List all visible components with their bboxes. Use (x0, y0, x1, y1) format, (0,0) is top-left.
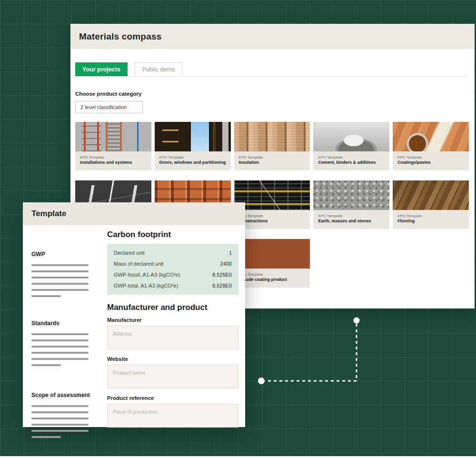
card-template-label: EPD Template (318, 213, 385, 219)
website-input[interactable] (107, 365, 238, 388)
skeleton-line (31, 430, 89, 432)
category-card[interactable]: EPD Template Insulation (234, 122, 310, 170)
tab-bar: Your projects Public demo (75, 62, 469, 77)
card-template-label: EPD Template (239, 272, 306, 277)
category-select[interactable]: 2 level classification (75, 101, 143, 113)
manufacturer-input[interactable] (107, 326, 238, 349)
card-name: Insulation (239, 160, 306, 165)
tab-public-demo[interactable]: Public demo (135, 62, 183, 76)
skeleton-line (31, 277, 89, 279)
template-panel-title: Template (31, 209, 66, 219)
template-section-label: Standards (31, 320, 89, 327)
category-card[interactable]: EPD Template Earth, masses and stones (313, 180, 389, 229)
skeleton-line (31, 418, 89, 419)
card-image-flooring (393, 180, 469, 210)
carbon-row-value: 8,528E0 (212, 282, 232, 289)
category-card[interactable]: EPD Template Installations and systems (75, 122, 151, 170)
category-select-value: 2 level classification (80, 104, 127, 110)
card-image-insulation (234, 122, 310, 151)
card-name: Earth, masses and stones (318, 219, 385, 224)
category-card[interactable]: EPD Template Cement, binders & additives (313, 122, 389, 170)
skeleton-line (31, 424, 89, 426)
category-card[interactable]: EPD Template Coatings/pastes (393, 122, 469, 170)
skeleton-lines (31, 405, 89, 438)
category-card[interactable]: EPD Template Constructions (234, 180, 310, 229)
page-background: { "app": { "title": "Materials compass" … (0, 0, 476, 458)
form-field: Website (107, 356, 238, 390)
skeleton-line (31, 295, 61, 297)
carbon-row-value: 8,525E0 (212, 271, 232, 278)
card-name: Coatings/pastes (397, 160, 464, 165)
skeleton-line (31, 289, 89, 291)
template-panel-header: Template (23, 202, 245, 225)
card-template-label: EPD Template (397, 213, 464, 219)
carbon-row-label: GWP-total, A1-A3 (kgCO²e) (114, 282, 178, 289)
category-card-footer: EPD Template Coatings/pastes (393, 151, 469, 170)
skeleton-line (31, 364, 61, 366)
category-card[interactable]: EPD Template Doors, windows and partitio… (155, 122, 231, 170)
skeleton-line (31, 264, 89, 266)
card-name: Cement, binders & additives (318, 160, 385, 165)
template-panel: Template GWP Standards Scope of assessme… (23, 202, 245, 427)
card-template-label: EPD Template (239, 155, 306, 160)
form-field: Product reference (107, 395, 238, 429)
card-template-label: EPD Template (239, 213, 306, 219)
card-image-scaffold (234, 180, 310, 210)
connector-endpoint-dot (258, 378, 265, 384)
category-card-footer: EPD Template Doors, windows and partitio… (155, 151, 231, 170)
card-image-installations (75, 122, 151, 151)
page-title: Materials compass (79, 31, 161, 42)
carbon-row-label: Mass of declared unit (114, 260, 164, 267)
skeleton-line (31, 333, 89, 335)
tab-your-projects[interactable]: Your projects (75, 62, 128, 76)
field-label: Manufacturer (107, 317, 238, 323)
card-name: Flooring (397, 219, 464, 224)
form-field: Manufacturer (107, 317, 238, 351)
card-image-coatings (393, 122, 469, 151)
category-card-footer: EPD Template Constructions (234, 210, 310, 229)
card-template-label: EPD Template (80, 155, 147, 160)
carbon-row-value: 2400 (220, 260, 232, 267)
skeleton-line (31, 339, 89, 341)
carbon-table-row: GWP-total, A1-A3 (kgCO²e) 8,528E0 (114, 282, 232, 289)
card-image-doors (155, 122, 231, 151)
category-card-footer: EPD Template Earth, masses and stones (313, 210, 389, 229)
card-name: Installations and systems (80, 160, 147, 165)
connector-line (266, 324, 357, 381)
card-image-cement (313, 122, 389, 151)
category-card[interactable]: EPD Template Flooring (393, 180, 469, 229)
card-name: Facade coating product (239, 277, 306, 282)
dotted-connector (257, 316, 362, 386)
page-bottom-strip (0, 456, 476, 458)
skeleton-lines (31, 333, 89, 366)
card-image-gravel (313, 180, 389, 210)
skeleton-line (31, 346, 89, 348)
carbon-table-row: Mass of declared unit 2400 (114, 260, 232, 267)
card-image-facade (234, 239, 310, 269)
category-card-footer: EPD Template Facade coating product (234, 269, 310, 288)
field-label: Product reference (107, 395, 238, 401)
category-card-footer: EPD Template Flooring (393, 210, 469, 229)
template-panel-body: GWP Standards Scope of assessment Carbon… (23, 225, 245, 427)
carbon-table-row: Declared unit 1 (114, 249, 232, 256)
skeleton-line (31, 411, 89, 413)
skeleton-line (31, 358, 89, 360)
skeleton-line (31, 436, 61, 438)
card-name: Doors, windows and partitioning (159, 160, 226, 165)
skeleton-lines (31, 264, 89, 297)
category-card[interactable]: EPD Template Facade coating product (234, 239, 310, 288)
connector-endpoint-dot (354, 318, 360, 324)
field-label: Website (107, 356, 238, 362)
template-section: Scope of assessment (31, 392, 89, 438)
category-card-footer: EPD Template Installations and systems (75, 151, 151, 170)
skeleton-line (31, 283, 89, 285)
manufacturer-heading: Manufacturer and product (107, 303, 238, 312)
card-template-label: EPD Template (159, 155, 226, 160)
card-name: Constructions (239, 219, 306, 224)
template-section-label: GWP (31, 251, 89, 258)
template-nav-column: GWP Standards Scope of assessment (31, 225, 89, 442)
skeleton-line (31, 405, 89, 407)
product-reference-input[interactable] (107, 404, 238, 428)
carbon-row-label: GWP-fossil, A1-A3 (kgCO²e) (114, 271, 180, 278)
category-card-footer: EPD Template Cement, binders & additives (313, 151, 389, 170)
